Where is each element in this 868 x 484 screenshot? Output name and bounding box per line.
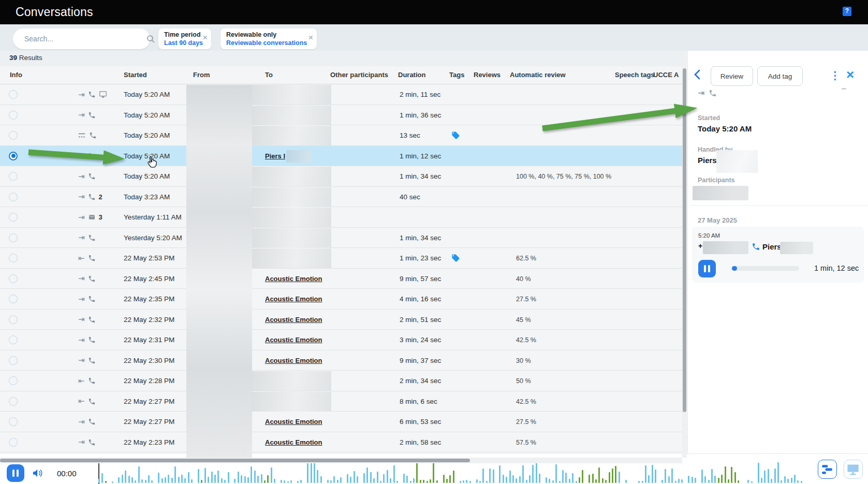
row-radio[interactable] [9,397,18,406]
table-row[interactable]: ⇥3Yesterday 1:11 AM [0,207,682,228]
cell-automatic-review: 57.5 % [516,439,536,446]
column-header-to[interactable]: To [265,71,273,79]
waveform-bar [208,477,209,483]
row-radio[interactable] [9,233,18,242]
waveform-bar [704,476,706,483]
waveform-bar [512,475,514,483]
row-radio[interactable] [9,152,18,160]
waveform-bar [118,477,120,483]
row-radio[interactable] [9,172,18,181]
call-progress-knob[interactable] [732,266,737,271]
top-header: Conversations ? [0,0,868,24]
pause-icon[interactable] [7,464,24,482]
column-header-reviews[interactable]: Reviews [474,71,501,79]
row-radio[interactable] [9,295,18,303]
filter-chip-time-period[interactable]: Time period Last 90 days × [158,28,211,49]
close-icon[interactable]: × [308,33,313,42]
cell-to-link[interactable]: Acoustic Emotion [265,438,322,446]
waveform-bar [327,480,329,483]
table-row[interactable]: ⇤22 May 2:27 PM8 min, 6 sec42.5 % [0,391,682,412]
waveform-bar [201,480,202,483]
row-radio[interactable] [9,315,18,324]
cell-to-link[interactable]: Acoustic Emotion [265,357,322,364]
cell-to-link[interactable]: Acoustic Emotion [265,418,322,426]
timeline-view-button[interactable] [818,460,837,479]
row-radio[interactable] [9,438,18,447]
row-radio[interactable] [9,90,18,99]
waveform-bar [758,463,759,483]
waveform-bar [436,480,438,483]
waveform-bar [181,475,183,483]
cell-started: 22 May 2:31 PM [124,336,174,344]
horizontal-scrollbar-thumb[interactable] [0,459,470,462]
table-row[interactable]: ⇥22 May 2:45 PMAcoustic Emotion9 min, 57… [0,269,682,289]
call-progress-bar[interactable] [732,266,799,271]
waveform-bar [426,481,428,483]
table-row[interactable]: ⇥Yesterday 5:20 AM1 min, 34 sec [0,228,682,248]
waveform-bar [284,480,285,483]
table-row[interactable]: ⇥22 May 2:30 PMAcoustic Emotion9 min, 37… [0,350,682,371]
cell-duration: 1 min, 12 sec [400,152,441,160]
table-row[interactable]: ⇥22 May 2:27 PMAcoustic Emotion6 min, 53… [0,412,682,432]
waveform-bar [529,475,531,483]
waveform-bar [297,481,299,483]
cell-to-link[interactable]: Piers I [265,152,285,160]
column-header-speech-tags[interactable]: Speech tags [615,71,655,79]
column-header-tags[interactable]: Tags [449,71,464,79]
screen-view-button[interactable] [844,460,863,479]
pause-icon[interactable] [698,260,716,277]
row-radio[interactable] [9,213,18,222]
column-header-info[interactable]: Info [10,71,22,79]
row-radio[interactable] [9,254,18,262]
cell-to-link[interactable]: Acoustic Emotion [265,336,322,344]
waveform-bar [645,465,646,483]
search-input[interactable] [24,28,133,49]
column-header-duration[interactable]: Duration [398,71,425,79]
column-header-started[interactable]: Started [124,71,147,79]
redacted-cell [252,248,331,268]
waveform-bar [801,481,802,483]
column-header-ucce-a[interactable]: UCCE A [653,71,679,79]
speaker-icon[interactable] [32,468,43,478]
waveform-bar [499,465,501,483]
table-row[interactable]: ⇥2Today 3:23 AM40 sec [0,187,682,208]
row-radio[interactable] [9,193,18,201]
inbound-icon: ⇥ [78,91,85,99]
table-row[interactable]: ⇥22 May 2:32 PMAcoustic Emotion2 min, 51… [0,310,682,330]
row-info-icons: ⇥ [78,172,96,181]
add-tag-button[interactable]: Add tag [757,66,803,86]
kebab-icon[interactable]: ⋮ [830,67,841,84]
cell-to-link[interactable]: Acoustic Emotion [265,295,322,303]
cell-to-link[interactable]: Acoustic Emotion [265,275,322,283]
row-radio[interactable] [9,335,18,344]
cell-to-link[interactable]: Acoustic Emotion [265,316,322,324]
column-header-from[interactable]: From [193,71,210,79]
row-radio[interactable] [9,274,18,283]
close-icon[interactable]: × [846,65,854,84]
waveform-bar [420,480,421,483]
close-icon[interactable]: × [203,33,208,42]
back-chevron-icon[interactable] [693,69,701,80]
row-radio[interactable] [9,417,18,426]
table-row[interactable]: ⇤22 May 2:53 PM1 min, 23 sec62.5 % [0,248,682,269]
waveform-bar [449,475,451,483]
row-radio[interactable] [9,356,18,365]
horizontal-scrollbar[interactable] [0,458,682,463]
phone-icon [88,295,96,303]
search-box[interactable] [13,28,150,49]
column-header-other-participants[interactable]: Other participants [330,71,388,79]
redacted-cell [252,208,331,227]
table-row[interactable]: ⇥22 May 2:35 PMAcoustic Emotion4 min, 16… [0,289,682,310]
table-row[interactable]: ⇥22 May 2:23 PMAcoustic Emotion2 min, 58… [0,432,682,453]
table-row[interactable]: ⇥Today 5:20 AM1 min, 34 sec100 %, 40 %, … [0,166,682,187]
row-radio[interactable] [9,131,18,140]
filter-chip-reviewable-only[interactable]: Reviewable only Reviewable conversations… [220,28,317,49]
row-radio[interactable] [9,376,18,385]
review-button[interactable]: Review [711,66,753,86]
help-icon[interactable]: ? [843,7,851,16]
table-row[interactable]: ⇥22 May 2:31 PMAcoustic Emotion3 min, 24… [0,330,682,350]
column-header-automatic-review[interactable]: Automatic review [510,71,566,79]
table-row[interactable]: ⇤22 May 2:28 PM2 min, 34 sec50 % [0,371,682,391]
cell-automatic-review: 30 % [516,357,531,364]
row-radio[interactable] [9,111,18,120]
